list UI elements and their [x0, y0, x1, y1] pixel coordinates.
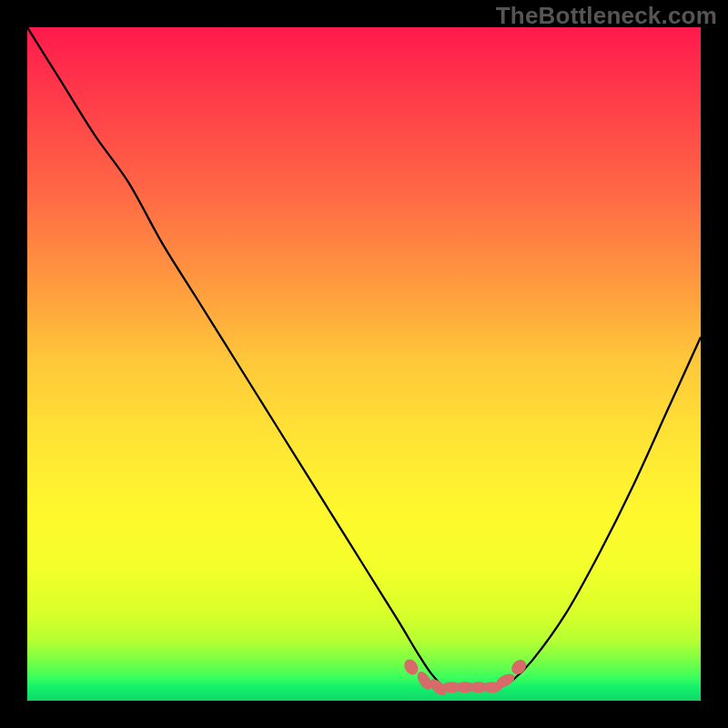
optimal-range-markers: [401, 657, 529, 699]
plot-area: [27, 27, 701, 701]
bottleneck-curve-path: [27, 27, 701, 688]
curve-svg: [27, 27, 701, 701]
chart-frame: TheBottleneck.com: [0, 0, 728, 728]
watermark-text: TheBottleneck.com: [496, 2, 717, 30]
